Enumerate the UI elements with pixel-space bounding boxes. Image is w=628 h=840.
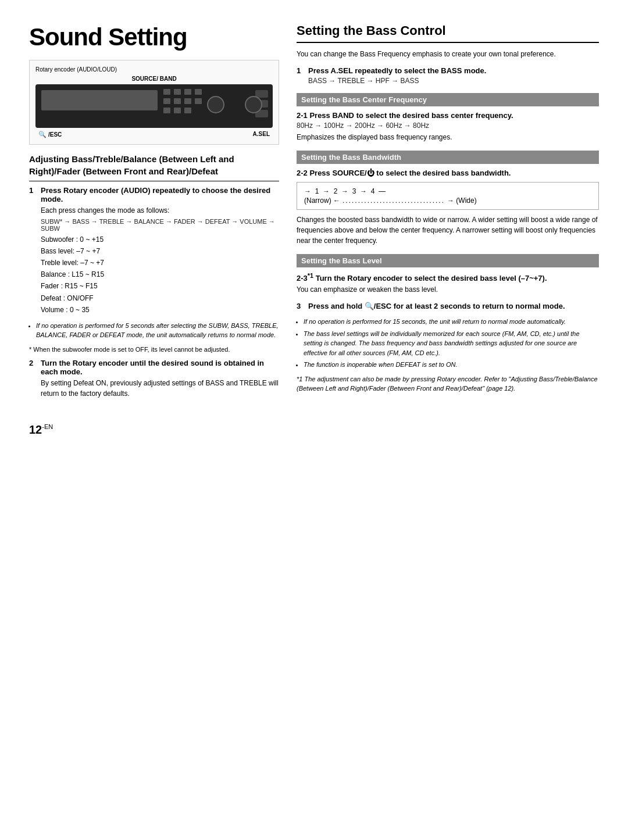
footnote: *1 The adjustment can also be made by pr… — [297, 374, 599, 394]
right-step1-number: 1 — [297, 66, 305, 75]
btn4 — [195, 89, 202, 95]
step1-body: Each press changes the mode as follows: — [41, 205, 279, 216]
right-step4-title: 2-3*1 Turn the Rotary encoder to select … — [297, 272, 599, 283]
right-bullet-notes: If no operation is performed for 15 seco… — [297, 317, 599, 370]
source-band-label: SOURCE/ BAND — [35, 76, 273, 82]
sub-section-bar-1: Setting the Bass Center Frequency — [297, 93, 599, 106]
device-small-buttons — [163, 89, 202, 95]
right-step3-title: 2-2 Press SOURCE/⏻ to select the desired… — [297, 169, 599, 177]
wide-label: → (Wide) — [447, 196, 477, 205]
device-bottom-labels: 🔍 /ESC A.SEL — [35, 131, 273, 138]
esc-label: /ESC — [48, 131, 62, 138]
device-knob — [207, 96, 224, 113]
btn10 — [174, 108, 181, 113]
device-display — [41, 90, 158, 110]
left-asterisk: * When the subwoofer mode is set to OFF,… — [29, 345, 279, 355]
magnifier-icon: 🔍 — [38, 131, 47, 138]
right-step5-title: Press and hold 🔍/ESC for at least 2 seco… — [308, 302, 599, 310]
right-column: Setting the Bass Control You can change … — [297, 23, 599, 406]
device-diagram: Rotary encoder (AUDIO/LOUD) SOURCE/ BAND — [29, 60, 279, 145]
step2-body: By setting Defeat ON, previously adjuste… — [41, 378, 279, 399]
list-item: Defeat : ON/OFF — [41, 293, 279, 304]
page-layout: Sound Setting Rotary encoder (AUDIO/LOUD… — [29, 23, 599, 406]
bandwidth-diagram: → 1 → 2 → 3 → 4 — (Narrow) ← ...........… — [297, 182, 599, 210]
right-step2-content: 2-1 Press BAND to select the desired bas… — [297, 111, 599, 145]
asel-label: A.SEL — [253, 131, 270, 138]
left-column: Sound Setting Rotary encoder (AUDIO/LOUD… — [29, 23, 279, 406]
right-bullet-3: The function is inoperable when DEFEAT i… — [304, 360, 599, 370]
right-bullet-1: If no operation is performed for 15 seco… — [304, 317, 599, 327]
device-top-labels: Rotary encoder (AUDIO/LOUD) — [35, 66, 273, 73]
section-heading-text: Adjusting Bass/Treble/Balance (Between L… — [29, 154, 234, 176]
right-step5: 3 Press and hold 🔍/ESC for at least 2 se… — [297, 302, 599, 312]
btn1 — [163, 89, 170, 95]
step2-content: Turn the Rotary encoder until the desire… — [41, 359, 279, 401]
right-step2-title: 2-1 Press BAND to select the desired bas… — [297, 111, 599, 120]
right-step2: 2-1 Press BAND to select the desired bas… — [297, 111, 599, 145]
device-small-buttons3 — [163, 108, 191, 113]
device-knob2 — [245, 96, 262, 113]
list-item: Balance : L15 ~ R15 — [41, 269, 279, 280]
btn8 — [195, 98, 202, 104]
esc-label-group: 🔍 /ESC — [38, 131, 62, 138]
step2-title: Turn the Rotary encoder until the desire… — [41, 359, 279, 376]
sound-setting-title: Sound Setting — [29, 23, 279, 51]
device-small-buttons2 — [163, 98, 202, 104]
right-step3-body: Changes the boosted bass bandwidth to wi… — [297, 215, 599, 246]
narrow-label: (Narrow) ← — [304, 196, 340, 205]
sub-section-bar-3: Setting the Bass Level — [297, 254, 599, 267]
list-item: Volume : 0 ~ 35 — [41, 305, 279, 316]
right-step4-content: 2-3*1 Turn the Rotary encoder to select … — [297, 272, 599, 297]
right-step3: 2-2 Press SOURCE/⏻ to select the desired… — [297, 169, 599, 248]
right-bullet-2: The bass level settings will be individu… — [304, 329, 599, 358]
page-num-text: 12 — [29, 423, 42, 436]
rotary-label: Rotary encoder (AUDIO/LOUD) — [35, 66, 117, 73]
right-step5-number: 3 — [297, 302, 305, 310]
list-item: Bass level: –7 ~ +7 — [41, 246, 279, 257]
btn7 — [184, 98, 191, 104]
right-step1-content: Press A.SEL repeatedly to select the BAS… — [308, 66, 599, 87]
bullet-note: If no operation is performed for 5 secon… — [36, 321, 279, 340]
step1-content: Press Rotary encoder (AUDIO) repeatedly … — [41, 186, 279, 316]
right-step2-seq: 80Hz → 100Hz → 200Hz → 60Hz → 80Hz — [297, 121, 599, 130]
step1-title: Press Rotary encoder (AUDIO) repeatedly … — [41, 186, 279, 203]
intro-text: You can change the Bass Frequency emphas… — [297, 49, 599, 59]
sub-section-bar-2: Setting the Bass Bandwidth — [297, 151, 599, 164]
right-step1-title: Press A.SEL repeatedly to select the BAS… — [308, 66, 599, 75]
step1-list: Subwoofer : 0 ~ +15 Bass level: –7 ~ +7 … — [41, 234, 279, 316]
page-suffix: -EN — [42, 424, 53, 431]
btn5 — [163, 98, 170, 104]
btn6 — [174, 98, 181, 104]
device-body — [35, 84, 273, 128]
step1-number: 1 — [29, 186, 37, 195]
bw-arrow-text: → 1 → 2 → 3 → 4 — — [304, 187, 386, 195]
bass-control-title: Setting the Bass Control — [297, 23, 599, 43]
list-item: Treble level: –7 ~ +7 — [41, 258, 279, 269]
left-step1: 1 Press Rotary encoder (AUDIO) repeatedl… — [29, 186, 279, 316]
btn3 — [184, 89, 191, 95]
right-step1: 1 Press A.SEL repeatedly to select the B… — [297, 66, 599, 87]
list-item: Fader : R15 ~ F15 — [41, 281, 279, 292]
bw-row2: (Narrow) ← .............................… — [304, 196, 591, 205]
btn11 — [184, 108, 191, 113]
right-step5-content: Press and hold 🔍/ESC for at least 2 seco… — [308, 302, 599, 312]
right-step1-seq: BASS → TREBLE → HPF → BASS — [308, 77, 599, 85]
bw-row1: → 1 → 2 → 3 → 4 — — [304, 187, 591, 195]
step1-seq: SUBW* → BASS → TREBLE → BALANCE → FADER … — [41, 218, 279, 232]
step2-number: 2 — [29, 359, 37, 367]
left-section-heading: Adjusting Bass/Treble/Balance (Between L… — [29, 153, 279, 181]
right-step4: 2-3*1 Turn the Rotary encoder to select … — [297, 272, 599, 297]
left-bullet-notes: If no operation is performed for 5 secon… — [29, 321, 279, 340]
btn2 — [174, 89, 181, 95]
btn9 — [163, 108, 170, 113]
list-item: Subwoofer : 0 ~ +15 — [41, 234, 279, 245]
left-step2: 2 Turn the Rotary encoder until the desi… — [29, 359, 279, 401]
page-number: 12-EN — [29, 423, 599, 437]
dotted-line: ................................. — [342, 196, 445, 205]
right-step2-body: Emphasizes the displayed bass frequency … — [297, 132, 599, 142]
right-step4-body: You can emphasize or weaken the bass lev… — [297, 284, 599, 295]
right-step3-content: 2-2 Press SOURCE/⏻ to select the desired… — [297, 169, 599, 248]
